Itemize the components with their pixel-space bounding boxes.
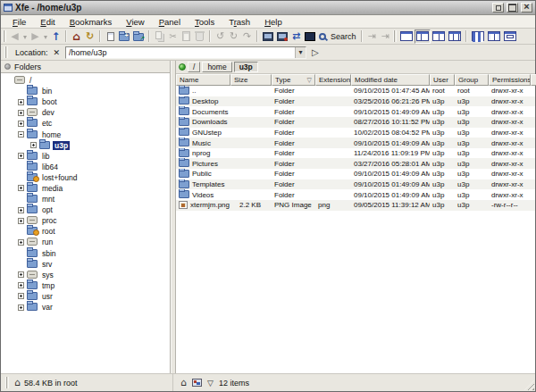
menu-tools[interactable]: Tools <box>188 17 221 27</box>
go-button[interactable]: ▷ <box>309 47 322 57</box>
cell-user: u3p <box>430 169 455 179</box>
cell-modified: 09/05/2015 11:39:12 AM <box>351 200 430 211</box>
up-button[interactable] <box>49 29 63 44</box>
menu-help[interactable]: Help <box>258 17 289 27</box>
cut-button[interactable] <box>166 29 180 44</box>
file-row-nprog[interactable]: nprogFolder11/24/2016 11:09:19 PMu3pu3pd… <box>176 148 535 159</box>
path-button-[interactable]: / <box>188 62 200 72</box>
menu-panel[interactable]: Panel <box>153 17 187 27</box>
expand-icon[interactable] <box>18 121 24 127</box>
expand-icon[interactable] <box>18 99 24 105</box>
panel-home-icon[interactable]: ⌂ <box>180 377 187 388</box>
new-symlink-button[interactable] <box>131 29 146 44</box>
close-button[interactable] <box>521 3 532 13</box>
column-header-user[interactable]: User <box>430 74 455 86</box>
forward-history-button[interactable] <box>42 29 49 44</box>
path-button-u3p[interactable]: u3p <box>234 62 258 72</box>
home-button[interactable] <box>70 29 83 44</box>
column-header-name[interactable]: Name <box>176 74 230 86</box>
maximize-button[interactable] <box>507 3 518 13</box>
expand-icon[interactable] <box>18 218 24 224</box>
menu-view[interactable]: View <box>120 17 150 27</box>
redo-button[interactable] <box>227 29 240 44</box>
refresh-button[interactable] <box>83 29 96 44</box>
menu-file[interactable]: File <box>6 17 32 27</box>
menu-trash[interactable]: Trash <box>222 17 256 27</box>
file-row-Public[interactable]: PublicFolder09/10/2015 01:49:09 AMu3pu3p… <box>176 169 535 179</box>
menu-bookmarks[interactable]: Bookmarks <box>63 17 119 27</box>
thumbnails-toggle-icon[interactable] <box>192 379 202 387</box>
file-row-Desktop[interactable]: DesktopFolder03/25/2016 06:21:26 PMu3pu3… <box>176 96 535 107</box>
back-button[interactable] <box>8 29 21 44</box>
two-panels-button[interactable] <box>431 29 447 44</box>
tree-item-home[interactable]: home <box>1 129 170 139</box>
status-grip <box>5 377 9 388</box>
expand-icon[interactable] <box>18 153 24 159</box>
new-folder-button[interactable] <box>117 29 131 44</box>
tree-item-var[interactable]: var <box>1 302 170 313</box>
new-file-button[interactable] <box>104 29 117 44</box>
file-row-Videos[interactable]: VideosFolder09/10/2015 01:49:09 AMu3pu3p… <box>176 189 535 200</box>
location-input[interactable] <box>66 47 295 58</box>
file-row-Templates[interactable]: TemplatesFolder09/10/2015 01:49:09 AMu3p… <box>176 179 535 190</box>
location-dropdown-icon[interactable]: ▾ <box>295 47 306 58</box>
expand-icon[interactable] <box>18 207 24 213</box>
copy-to-panel-button[interactable] <box>365 29 379 44</box>
expand-icon[interactable] <box>18 282 24 288</box>
tree-item-root[interactable]: root <box>1 226 170 237</box>
maximize-panel-button[interactable] <box>502 29 518 44</box>
menu-edit[interactable]: Edit <box>34 17 61 27</box>
file-row-GNUstep[interactable]: GNUstepFolder10/02/2015 08:04:52 PMu3pu3… <box>176 128 535 138</box>
column-header-extension[interactable]: Extension <box>315 74 351 86</box>
tree-item-srv[interactable]: srv <box>1 259 170 270</box>
collapse-icon[interactable] <box>18 131 24 138</box>
column-header-size[interactable]: Size <box>230 74 272 86</box>
expand-icon[interactable] <box>18 239 24 246</box>
tree-item-opt[interactable]: opt <box>1 204 170 215</box>
filter-icon[interactable]: ▽ <box>207 379 214 388</box>
expand-icon[interactable] <box>30 142 37 148</box>
expand-icon[interactable] <box>18 110 24 116</box>
undo-button[interactable] <box>214 29 227 44</box>
column-header-group[interactable]: Group <box>455 74 489 86</box>
new-root-window-button[interactable] <box>275 29 289 44</box>
expand-icon[interactable] <box>18 185 24 191</box>
swap-panels-button[interactable] <box>470 29 486 44</box>
path-button-home[interactable]: home <box>202 62 231 72</box>
terminal-button[interactable] <box>303 29 317 44</box>
forward-button[interactable] <box>29 29 42 44</box>
file-row-[interactable]: ..Folder09/10/2015 01:47:45 AMrootrootdr… <box>176 86 535 96</box>
execute-command-button[interactable] <box>289 29 303 44</box>
restore-button[interactable] <box>240 29 254 44</box>
column-header-permissions[interactable]: Permissions <box>489 74 531 86</box>
clear-location-icon[interactable]: ✕ <box>51 48 63 57</box>
path-bar: /homeu3p <box>176 61 535 74</box>
tree-panel-button[interactable] <box>415 29 431 44</box>
minimize-button[interactable] <box>492 3 504 13</box>
file-row-Downloads[interactable]: DownloadsFolder08/27/2016 10:11:52 PMu3p… <box>176 117 535 128</box>
expand-icon[interactable] <box>18 293 24 299</box>
file-row-Documents[interactable]: DocumentsFolder09/10/2015 01:49:09 AMu3p… <box>176 106 535 117</box>
single-panel-button[interactable] <box>398 29 415 44</box>
equal-panels-button[interactable] <box>486 29 502 44</box>
cell-modified: 09/10/2015 01:49:09 AM <box>351 179 430 190</box>
toolbar-grip[interactable] <box>4 46 8 58</box>
copy-button[interactable] <box>153 29 166 44</box>
tree-two-panels-button[interactable] <box>447 29 463 44</box>
column-header-modified-date[interactable]: Modified date <box>351 74 430 86</box>
back-history-button[interactable] <box>21 29 29 44</box>
paste-button[interactable] <box>180 29 193 44</box>
new-window-button[interactable] <box>261 29 275 44</box>
search-button[interactable]: Search <box>317 29 358 44</box>
move-to-panel-button[interactable] <box>379 29 392 44</box>
tree-header[interactable]: Folders <box>1 61 170 73</box>
expand-icon[interactable] <box>18 304 24 311</box>
tree-item-boot[interactable]: boot <box>1 96 170 107</box>
file-row-Music[interactable]: MusicFolder09/10/2015 01:49:09 AMu3pu3pd… <box>176 138 535 148</box>
layout-swap-icon <box>472 31 484 41</box>
delete-button[interactable] <box>193 29 206 44</box>
file-row-xtermjmpng[interactable]: xtermjm.png2.2 KBPNG Imagepng09/05/2015 … <box>176 200 535 211</box>
column-header-type[interactable]: Type▽ <box>272 74 315 86</box>
file-row-Pictures[interactable]: PicturesFolder03/27/2016 05:28:01 AMu3pu… <box>176 158 535 169</box>
expand-icon[interactable] <box>18 271 24 278</box>
